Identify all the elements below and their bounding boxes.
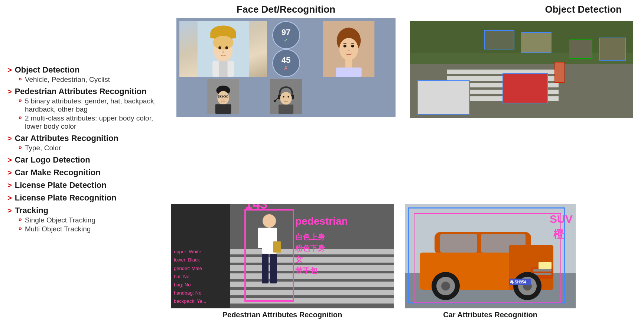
svg-point-5 [218, 46, 221, 49]
face-det-title: Face Det/Recognition [237, 4, 335, 15]
list-item-license-rec: > License Plate Recognition [7, 193, 163, 203]
svg-rect-93 [533, 269, 552, 272]
svg-rect-95 [539, 262, 552, 269]
svg-point-25 [225, 96, 227, 97]
arrow-icon-car-make: > [7, 168, 12, 177]
svg-rect-46 [417, 81, 469, 114]
svg-point-98 [441, 282, 450, 290]
svg-point-24 [219, 96, 221, 97]
svg-rect-16 [345, 60, 352, 68]
svg-rect-71 [262, 254, 269, 283]
label-object-detection: Object Detection [15, 65, 80, 75]
list-item-car-make: > Car Make Recognition [7, 168, 163, 177]
svg-point-13 [344, 45, 347, 47]
label-tracking: Tracking [15, 206, 48, 215]
label-car-attr: Car Attributes Recognition [15, 134, 118, 143]
face-image-2 [305, 21, 393, 77]
car-image-block: 粤 SH954 SUV 橙 Car Attributes Recognition [405, 204, 576, 319]
label-car-make: Car Make Recognition [15, 168, 101, 177]
face-svg-2 [305, 21, 393, 77]
list-item-pedestrian-attr: > Pedestrian Attributes Recognition » 5 … [7, 87, 163, 131]
double-arrow-binary: » [19, 97, 22, 104]
sub-binary-attrs: 5 binary attributes: gender, hat, backpa… [25, 97, 163, 113]
svg-rect-66 [230, 290, 394, 295]
list-item-car-logo: > Car Logo Detection [7, 155, 163, 165]
svg-point-14 [351, 45, 354, 47]
ped-attr-lower: lower: Black [174, 256, 227, 264]
svg-point-6 [225, 46, 228, 49]
sub-single-tracking: Single Object Tracking [25, 216, 95, 224]
face-image-3 [179, 79, 267, 114]
svg-rect-88 [440, 234, 477, 253]
face-grid: 97 ✓ 45 ✗ [176, 18, 396, 117]
arrow-icon-object-detection: > [7, 66, 12, 74]
ped-attr-gender: gender: Male [174, 264, 227, 273]
object-detection-section: Object Detection [406, 0, 644, 118]
double-arrow-vehicle: » [19, 76, 22, 82]
object-detection-title: Object Detection [545, 4, 622, 15]
svg-rect-72 [270, 254, 277, 283]
svg-point-35 [274, 100, 276, 102]
double-arrow-type-color: » [19, 144, 22, 151]
ped-attributes-panel: upper: White lower: Black gender: Male h… [171, 204, 230, 308]
svg-text:SUV: SUV [550, 213, 573, 225]
svg-point-33 [287, 96, 289, 97]
svg-rect-50 [521, 32, 551, 53]
road-bg: 143 pedestrian 白色上身 粉色下身 女 带手包 [230, 204, 394, 308]
list-item-car-attr: > Car Attributes Recognition » Type, Col… [7, 134, 163, 152]
double-arrow-single-tracking: » [19, 216, 22, 223]
road-scene-svg [410, 21, 633, 118]
svg-point-12 [339, 38, 358, 60]
svg-rect-58 [555, 62, 564, 83]
svg-point-34 [286, 99, 287, 100]
arrow-icon-car-attr: > [7, 134, 12, 143]
face-svg-4 [269, 79, 303, 114]
list-item-tracking: > Tracking » Single Object Tracking » Mu… [7, 206, 163, 233]
car-image: 粤 SH954 SUV 橙 [405, 204, 576, 308]
svg-rect-9 [219, 61, 227, 77]
svg-text:pedestrian: pedestrian [295, 215, 348, 227]
svg-point-26 [223, 99, 224, 100]
ped-attr-bag: bag: No [174, 281, 227, 289]
svg-text:粤 SH954: 粤 SH954 [510, 280, 526, 284]
svg-rect-54 [599, 38, 625, 60]
ped-scene-svg: 143 pedestrian 白色上身 粉色下身 女 带手包 [230, 204, 394, 308]
object-detection-image [410, 21, 633, 118]
car-scene-svg: 粤 SH954 SUV 橙 [405, 204, 576, 308]
svg-rect-36 [279, 105, 293, 114]
ped-attr-hat: hat: No [174, 273, 227, 281]
svg-rect-62 [230, 257, 394, 263]
svg-rect-75 [273, 241, 281, 253]
svg-text:粉色下身: 粉色下身 [295, 244, 325, 252]
label-license-rec: License Plate Recognition [15, 193, 117, 203]
svg-rect-48 [503, 73, 547, 103]
svg-point-32 [283, 96, 284, 97]
label-car-logo: Car Logo Detection [15, 155, 90, 165]
arrow-icon-license-det: > [7, 181, 12, 190]
svg-rect-52 [570, 40, 592, 58]
svg-point-15 [348, 49, 350, 51]
match-score-45: 45 [282, 55, 290, 65]
match-check-icon: ✓ [284, 37, 288, 43]
sub-multiclass-attrs: 2 multi-class attributes: upper body col… [25, 114, 163, 131]
pedestrian-image-block: upper: White lower: Black gender: Male h… [171, 204, 394, 319]
svg-point-7 [222, 51, 224, 53]
svg-rect-73 [258, 228, 263, 248]
svg-rect-56 [484, 31, 514, 49]
svg-rect-17 [336, 68, 361, 77]
match-cross-icon: ✗ [284, 65, 288, 71]
svg-text:女: 女 [295, 255, 303, 263]
ped-attr-text: upper: White lower: Black gender: Male h… [174, 248, 227, 305]
match-score-97: 97 [282, 28, 290, 37]
svg-rect-27 [215, 104, 231, 114]
face-svg-1 [179, 21, 267, 77]
list-item-license-det: > License Plate Detection [7, 180, 163, 190]
list-item-object-detection: > Object Detection » Vehicle, Pedestrian… [7, 65, 163, 84]
pedestrian-image: upper: White lower: Black gender: Male h… [171, 204, 394, 308]
svg-text:143: 143 [245, 204, 267, 212]
match-col-1: 97 ✓ 45 ✗ [269, 21, 303, 77]
pedestrian-caption: Pedestrian Attributes Recognition [222, 311, 342, 319]
sub-vehicle: Vehicle, Pedestrian, Cyclist [25, 76, 110, 84]
arrow-icon-car-logo: > [7, 156, 12, 164]
face-svg-3 [179, 79, 267, 114]
